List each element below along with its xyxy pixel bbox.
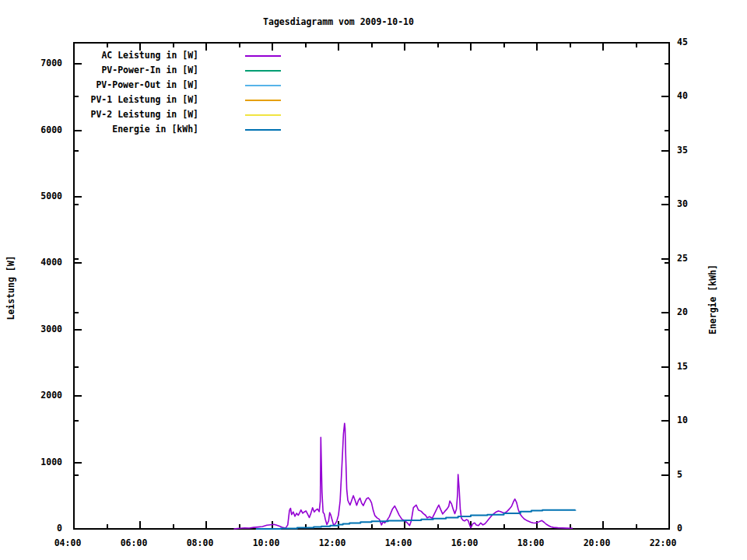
y2-tick-label: 45: [677, 37, 688, 47]
chart-canvas: Tagesdiagramm vom 2009-10-10 Leistung [W…: [0, 0, 747, 560]
y-tick-label: 3000: [0, 324, 62, 334]
x-tick-label: 20:00: [584, 537, 611, 548]
x-tick-label: 12:00: [319, 537, 346, 548]
x-tick-label: 10:00: [253, 537, 280, 548]
legend-line-swatch: [245, 85, 281, 86]
y-tick-label: 5000: [0, 191, 62, 201]
y2-tick-label: 0: [677, 523, 682, 534]
y-tick-label: 6000: [0, 124, 62, 135]
x-tick-label: 04:00: [54, 537, 82, 548]
y2-tick-label: 35: [677, 145, 688, 156]
y-tick-label: 4000: [0, 257, 62, 268]
x-tick-label: 22:00: [650, 537, 677, 548]
y2-tick-label: 5: [677, 469, 682, 480]
x-tick-label: 08:00: [187, 537, 214, 548]
y2-tick-label: 15: [677, 361, 688, 372]
y2-tick-label: 10: [677, 415, 688, 425]
y-tick-label: 2000: [0, 390, 62, 401]
y-tick-label: 0: [0, 523, 62, 534]
legend-label: PV-Power-Out in [W]: [0, 78, 198, 93]
legend-label: PV-2 Leistung in [W]: [0, 107, 198, 122]
legend-line-swatch: [245, 55, 281, 57]
legend-item-pv1-leistung: PV-1 Leistung in [W]: [0, 93, 198, 107]
x-tick-label: 06:00: [121, 537, 148, 548]
y2-tick-label: 30: [677, 198, 688, 209]
y2-tick-label: 20: [677, 306, 688, 317]
y-tick-label: 1000: [0, 457, 62, 467]
x-tick-label: 18:00: [517, 537, 545, 548]
legend-item-pv2-leistung: PV-2 Leistung in [W]: [0, 107, 198, 122]
y2-tick-label: 25: [677, 253, 688, 264]
legend-line-swatch: [245, 129, 281, 131]
y-tick-label: 7000: [0, 58, 62, 68]
x-tick-label: 14:00: [385, 537, 412, 548]
x-tick-label: 16:00: [451, 537, 479, 548]
legend-line-swatch: [245, 70, 281, 72]
legend-line-swatch: [245, 114, 281, 116]
y2-tick-label: 40: [677, 90, 688, 101]
legend-label: PV-1 Leistung in [W]: [0, 93, 198, 107]
legend-item-pv-power-out: PV-Power-Out in [W]: [0, 78, 198, 93]
legend-line-swatch: [245, 100, 281, 101]
series-line-1: [233, 423, 573, 529]
